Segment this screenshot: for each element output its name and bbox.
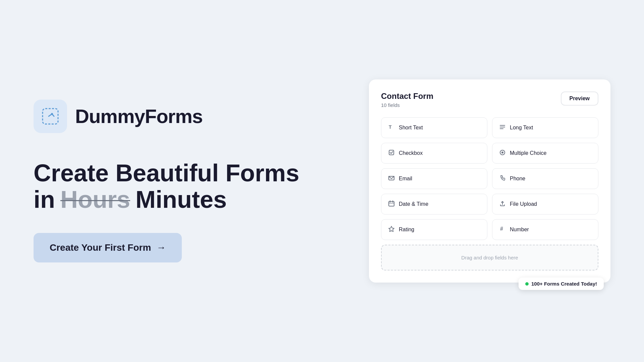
phone-label: Phone xyxy=(510,176,525,182)
form-fields-count: 10 fields xyxy=(381,102,433,108)
svg-text:T: T xyxy=(389,124,392,130)
form-card: Contact Form 10 fields Preview T Short T… xyxy=(369,79,610,283)
short-text-label: Short Text xyxy=(399,125,423,131)
notification-badge: 100+ Forms Created Today! xyxy=(519,278,604,290)
notification-text: 100+ Forms Created Today! xyxy=(531,281,597,287)
field-phone[interactable]: Phone xyxy=(492,168,598,189)
hero-line2-prefix: in xyxy=(34,186,55,213)
long-text-label: Long Text xyxy=(510,125,533,131)
left-section: DummyForms Create Beautiful Forms in Hou… xyxy=(34,100,369,262)
svg-point-8 xyxy=(501,152,503,154)
fields-grid: T Short Text Long Text xyxy=(381,117,598,240)
preview-button[interactable]: Preview xyxy=(561,92,598,106)
field-checkbox[interactable]: Checkbox xyxy=(381,143,487,164)
field-datetime[interactable]: Date & Time xyxy=(381,194,487,215)
right-section: Contact Form 10 fields Preview T Short T… xyxy=(369,79,610,283)
hero-line1: Create Beautiful Forms xyxy=(34,160,299,186)
drop-zone[interactable]: Drag and drop fields here xyxy=(381,245,598,270)
form-card-header: Contact Form 10 fields Preview xyxy=(381,92,598,108)
logo-icon-container xyxy=(34,100,67,133)
file-upload-icon xyxy=(499,200,506,208)
phone-icon xyxy=(499,175,506,183)
datetime-icon xyxy=(388,200,395,208)
create-form-button[interactable]: Create Your First Form → xyxy=(34,233,182,262)
field-long-text[interactable]: Long Text xyxy=(492,117,598,138)
cta-label: Create Your First Form xyxy=(50,242,151,253)
cta-arrow: → xyxy=(156,242,166,253)
field-email[interactable]: Email xyxy=(381,168,487,189)
drop-zone-text: Drag and drop fields here xyxy=(461,255,518,260)
checkbox-label: Checkbox xyxy=(399,150,423,156)
rating-label: Rating xyxy=(399,227,414,233)
svg-point-1 xyxy=(51,113,53,115)
hero-line2: in Hours Minutes xyxy=(34,186,299,213)
number-icon: # xyxy=(499,226,506,234)
page-wrapper: DummyForms Create Beautiful Forms in Hou… xyxy=(0,0,644,362)
hero-strikethrough-word: Hours xyxy=(60,186,130,213)
long-text-icon xyxy=(499,124,506,132)
email-label: Email xyxy=(399,176,412,182)
svg-marker-14 xyxy=(389,226,394,232)
form-card-title-area: Contact Form 10 fields xyxy=(381,92,433,108)
field-short-text[interactable]: T Short Text xyxy=(381,117,487,138)
checkbox-icon xyxy=(388,149,395,157)
brand-name: DummyForms xyxy=(75,105,203,127)
svg-rect-10 xyxy=(389,201,394,206)
field-rating[interactable]: Rating xyxy=(381,219,487,240)
email-icon xyxy=(388,175,395,183)
number-label: Number xyxy=(510,227,529,233)
form-title: Contact Form xyxy=(381,92,433,101)
multiple-choice-label: Multiple Choice xyxy=(510,150,546,156)
field-file-upload[interactable]: File Upload xyxy=(492,194,598,215)
green-status-dot xyxy=(525,282,529,286)
logo-area: DummyForms xyxy=(34,100,203,133)
svg-text:#: # xyxy=(500,226,503,232)
hero-title: Create Beautiful Forms in Hours Minutes xyxy=(34,160,299,213)
field-number[interactable]: # Number xyxy=(492,219,598,240)
hero-minutes-word: Minutes xyxy=(136,186,227,213)
datetime-label: Date & Time xyxy=(399,201,428,207)
short-text-icon: T xyxy=(388,124,395,132)
field-multiple-choice[interactable]: Multiple Choice xyxy=(492,143,598,164)
multiple-choice-icon xyxy=(499,149,506,157)
file-upload-label: File Upload xyxy=(510,201,537,207)
svg-rect-0 xyxy=(43,109,58,124)
logo-svg-icon xyxy=(41,107,59,125)
rating-icon xyxy=(388,226,395,234)
